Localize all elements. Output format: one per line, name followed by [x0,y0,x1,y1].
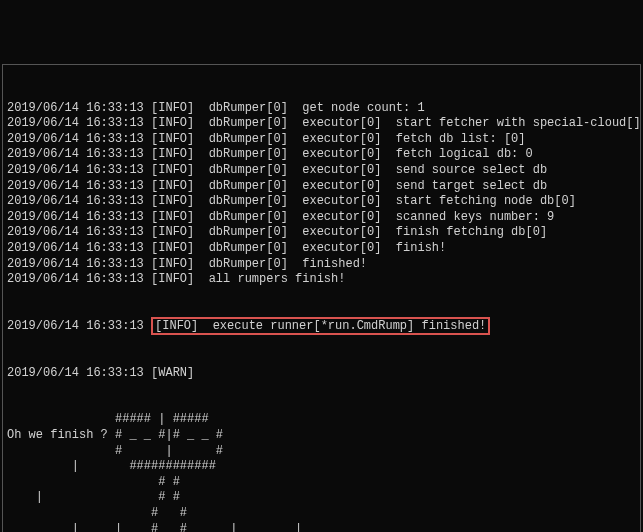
log-output: 2019/06/14 16:33:13 [INFO] dbRumper[0] g… [7,101,636,288]
terminal-window: 2019/06/14 16:33:13 [INFO] dbRumper[0] g… [2,64,641,532]
ascii-line: # | # [7,444,636,460]
highlighted-log-line: 2019/06/14 16:33:13 [INFO] execute runne… [7,319,636,335]
log-line: 2019/06/14 16:33:13 [INFO] dbRumper[0] e… [7,194,636,210]
log-line: 2019/06/14 16:33:13 [INFO] dbRumper[0] e… [7,210,636,226]
log-line: 2019/06/14 16:33:13 [INFO] all rumpers f… [7,272,636,288]
log-line: 2019/06/14 16:33:13 [INFO] dbRumper[0] e… [7,241,636,257]
log-line: 2019/06/14 16:33:13 [INFO] dbRumper[0] e… [7,116,636,132]
ascii-line: | # # [7,490,636,506]
log-line: 2019/06/14 16:33:13 [INFO] dbRumper[0] e… [7,179,636,195]
ascii-art-block: ##### | #####Oh we finish ? # _ _ #|# _ … [7,412,636,532]
log-timestamp: 2019/06/14 16:33:13 [7,319,151,333]
ascii-line: # # [7,506,636,522]
log-line: 2019/06/14 16:33:13 [INFO] dbRumper[0] e… [7,132,636,148]
log-line: 2019/06/14 16:33:13 [INFO] dbRumper[0] e… [7,147,636,163]
ascii-line: Oh we finish ? # _ _ #|# _ _ # [7,428,636,444]
log-line: 2019/06/14 16:33:13 [INFO] dbRumper[0] f… [7,257,636,273]
warn-log-line: 2019/06/14 16:33:13 [WARN] [7,366,636,382]
highlighted-message: [INFO] execute runner[*run.CmdRump] fini… [151,317,490,335]
ascii-line: | ############ [7,459,636,475]
ascii-line: | | # # | | [7,522,636,532]
log-line: 2019/06/14 16:33:13 [INFO] dbRumper[0] g… [7,101,636,117]
ascii-line: ##### | ##### [7,412,636,428]
log-line: 2019/06/14 16:33:13 [INFO] dbRumper[0] e… [7,225,636,241]
ascii-line: # # [7,475,636,491]
log-line: 2019/06/14 16:33:13 [INFO] dbRumper[0] e… [7,163,636,179]
